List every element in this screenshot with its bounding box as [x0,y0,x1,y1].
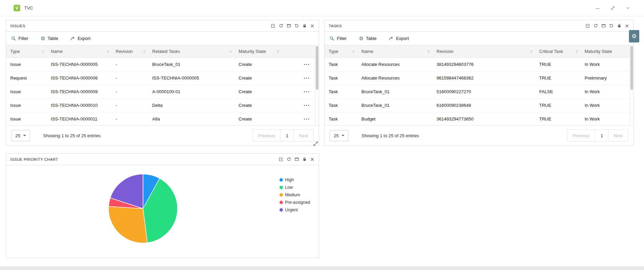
legend-item[interactable]: Urgent [280,208,310,212]
maximize-icon[interactable] [601,24,606,28]
row-menu-button[interactable]: ··· [304,75,310,81]
tasks-footer: 25 Showing 1 to 25 of 25 entries Previou… [325,125,633,145]
export-button[interactable]: Export [389,36,409,41]
sort-icon [107,50,109,53]
legend-item[interactable]: High [280,177,310,182]
bottom-strip [0,266,644,270]
minimize-icon[interactable] [595,5,600,11]
sort-icon [42,50,44,53]
legend-item[interactable]: Pre-assigned [280,200,310,205]
column-header-revision[interactable]: Revision [432,45,535,57]
table-row[interactable]: Issue ISS-TECHNIA-0000010 - Delta Create… [6,99,319,112]
cell-maturity-state: Create [234,89,282,94]
pagination: Previous 1 Next [253,129,314,142]
legend-dot [280,178,283,182]
sort-icon [230,50,232,53]
vertical-scrollbar[interactable] [315,45,319,126]
cell-critical-task: TRUE [535,62,581,67]
table-row[interactable]: Task BruceTask_01 61600090238648 TRUE In… [325,99,633,112]
issues-table-header: Type Name Revision Related Tasks Maturit… [6,45,319,58]
next-page-button[interactable]: Next [294,129,314,142]
column-header-maturity-state[interactable]: Maturity State [581,45,633,57]
row-menu-button[interactable]: ··· [304,62,310,67]
table-row[interactable]: Task BruceTask_01 51600090227270 FALSE I… [325,85,633,99]
edit-icon[interactable] [271,24,275,28]
edit-icon[interactable] [585,24,590,28]
row-menu-button[interactable]: ··· [304,103,310,108]
tasks-panel-title: TASKS [329,24,342,28]
issue-priority-chart-panel: ISSUE PRIORITY CHART [6,153,319,258]
lock-icon[interactable] [617,24,621,28]
close-icon[interactable] [310,157,315,162]
undo-icon[interactable] [294,24,299,28]
legend-item[interactable]: Low [280,185,310,190]
current-page-button[interactable]: 1 [280,129,294,142]
previous-page-button[interactable]: Previous [253,129,281,142]
table-row[interactable]: Issue ISS-TECHNIA-0000011 - Alfa Create … [6,112,319,126]
refresh-icon[interactable] [286,157,291,162]
settings-gear-button[interactable]: ⚙ [629,30,639,42]
table-row[interactable]: Task Allocate Resources 961598447468362 … [325,71,633,85]
scrollbar-thumb[interactable] [316,46,318,90]
column-header-type[interactable]: Type [325,45,357,57]
sort-icon [353,50,355,53]
cell-maturity-state: Create [234,75,282,81]
table-row[interactable]: Task Allocate Resources 381493294803776 … [325,58,633,71]
close-icon[interactable] [310,24,315,28]
cell-related-tasks: ISS-TECHNIA-0000005 [148,75,234,81]
vertical-scrollbar[interactable] [629,45,633,126]
column-header-critical-task[interactable]: Critical Task [535,45,581,57]
lock-icon[interactable] [302,157,307,162]
lock-icon[interactable] [302,24,307,28]
close-icon[interactable] [625,24,629,28]
legend-dot [280,208,283,212]
column-header-name[interactable]: Name [47,45,112,57]
previous-page-button[interactable]: Previous [567,129,595,142]
cell-critical-task: TRUE [535,103,581,108]
filter-button[interactable]: Filter [11,36,28,41]
cell-type: Task [325,89,357,94]
column-header-name[interactable]: Name [357,45,432,57]
column-header-type[interactable]: Type [6,45,47,57]
cell-type: Task [325,116,357,122]
table-button[interactable]: ⚙ Table [359,36,377,41]
undo-icon[interactable] [609,24,614,28]
column-header-related-tasks[interactable]: Related Tasks [148,45,234,57]
cell-revision: 381493294803776 [432,62,535,67]
sort-icon [143,50,145,53]
pie-slice-medium[interactable] [109,207,147,243]
export-button[interactable]: Export [70,36,90,41]
scrollbar-thumb[interactable] [630,46,633,90]
legend-item[interactable]: Medium [280,193,310,197]
cell-critical-task: FALSE [535,89,581,94]
next-page-button[interactable]: Next [609,129,628,142]
maximize-icon[interactable] [294,157,299,162]
column-header-revision[interactable]: Revision [112,45,148,57]
issues-footer: 25 Showing 1 to 25 of 25 entries Previou… [6,125,319,145]
cell-revision: - [112,89,148,94]
current-page-button[interactable]: 1 [595,129,609,142]
refresh-icon[interactable] [593,24,598,28]
table-row[interactable]: Issue ISS-TECHNIA-0000009 - A-0000100-01… [6,85,319,99]
expand-icon[interactable] [610,5,615,11]
resize-handle-icon[interactable] [313,141,319,147]
row-menu-button[interactable]: ··· [304,116,310,122]
cell-revision: 61600090238648 [432,103,535,108]
cell-type: Task [325,103,357,108]
table-button[interactable]: ⚙ Table [41,36,58,41]
issues-toolbar: Filter ⚙ Table Export [6,32,319,45]
table-row[interactable]: Task Budget 361493294773850 TRUE In Work [325,112,633,126]
page-size-select[interactable]: 25 [11,130,30,141]
edit-icon[interactable] [278,157,283,162]
tasks-table-header: Type Name Revision Critical Task Maturit… [325,45,633,58]
refresh-icon[interactable] [278,24,283,28]
column-header-maturity-state[interactable]: Maturity State [234,45,282,57]
page-size-select[interactable]: 25 [330,130,348,141]
cell-related-tasks: A-0000100-01 [148,89,234,94]
chevron-down-icon[interactable] [625,5,630,11]
table-row[interactable]: Issue ISS-TECHNIA-0000005 - BruceTask_01… [6,58,319,71]
table-row[interactable]: Request ISS-TECHNIA-0000006 - ISS-TECHNI… [6,71,319,85]
filter-button[interactable]: Filter [330,36,347,41]
maximize-icon[interactable] [286,24,291,28]
row-menu-button[interactable]: ··· [304,89,310,94]
